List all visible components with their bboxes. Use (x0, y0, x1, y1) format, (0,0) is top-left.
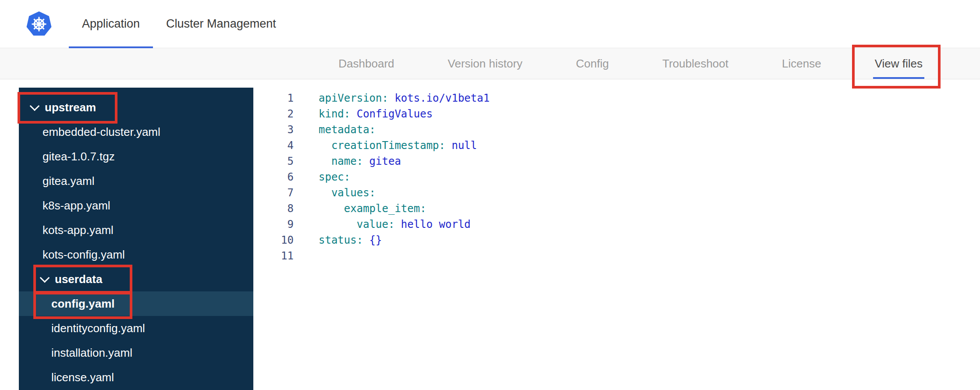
tree-file-gitea-yaml[interactable]: gitea.yaml (19, 169, 253, 193)
code-line: 8 example_item: (259, 201, 980, 216)
tree-item-label: kots-config.yaml (43, 248, 125, 262)
line-content: values: (319, 185, 376, 201)
tree-file-config-yaml[interactable]: config.yaml (19, 291, 253, 316)
content-area: upstreamembedded-cluster.yamlgitea-1.0.7… (0, 79, 980, 390)
code-line: 3metadata: (259, 122, 980, 138)
line-content: metadata: (319, 122, 376, 138)
tree-file-gitea-1-0-7-tgz[interactable]: gitea-1.0.7.tgz (19, 144, 253, 169)
code-line: 11 (259, 248, 980, 264)
tree-item-label: installation.yaml (51, 346, 132, 360)
nav-item-view-files[interactable]: View files (875, 48, 923, 79)
line-number: 10 (259, 232, 294, 248)
code-line: 7 values: (259, 185, 980, 201)
code-line: 6spec: (259, 169, 980, 185)
line-content: creationTimestamp: null (319, 138, 477, 153)
chevron-down-icon (30, 101, 40, 111)
tree-folder-upstream[interactable]: upstream (19, 95, 253, 120)
tree-item-label: upstream (45, 101, 96, 114)
line-content: spec: (319, 169, 350, 185)
tree-file-installation-yaml[interactable]: installation.yaml (19, 340, 253, 365)
tree-folder-userdata[interactable]: userdata (19, 267, 253, 291)
top-tab-cluster-management[interactable]: Cluster Management (153, 0, 289, 48)
line-number: 11 (259, 248, 294, 264)
code-line: 4 creationTimestamp: null (259, 138, 980, 153)
code-line: 2kind: ConfigValues (259, 106, 980, 122)
top-header: ApplicationCluster Management (0, 0, 980, 48)
tree-file-identityconfig-yaml[interactable]: identityconfig.yaml (19, 316, 253, 340)
tree-file-embedded-cluster-yaml[interactable]: embedded-cluster.yaml (19, 120, 253, 144)
line-content: status: {} (319, 232, 382, 248)
line-number: 5 (259, 153, 294, 169)
tree-file-k8s-app-yaml[interactable]: k8s-app.yaml (19, 193, 253, 218)
line-number: 7 (259, 185, 294, 201)
code-line: 10status: {} (259, 232, 980, 248)
line-number: 3 (259, 122, 294, 138)
top-tabs: ApplicationCluster Management (69, 0, 289, 48)
tree-file-kots-app-yaml[interactable]: kots-app.yaml (19, 218, 253, 242)
kubernetes-logo-icon (25, 10, 53, 38)
line-number: 4 (259, 138, 294, 153)
code-line: 5 name: gitea (259, 153, 980, 169)
tree-item-label: gitea.yaml (43, 174, 95, 188)
tree-item-label: license.yaml (51, 371, 114, 384)
tree-file-kots-config-yaml[interactable]: kots-config.yaml (19, 242, 253, 267)
code-line: 1apiVersion: kots.io/v1beta1 (259, 90, 980, 106)
tree-item-label: embedded-cluster.yaml (43, 125, 160, 139)
line-number: 6 (259, 169, 294, 185)
line-content: apiVersion: kots.io/v1beta1 (319, 90, 490, 106)
line-content: kind: ConfigValues (319, 106, 433, 122)
line-number: 1 (259, 90, 294, 106)
top-tab-application[interactable]: Application (69, 0, 153, 48)
chevron-down-icon (40, 273, 50, 283)
line-content: value: hello world (319, 216, 471, 232)
kots-admin-console: ApplicationCluster Management DashboardV… (0, 0, 980, 390)
code-line: 9 value: hello world (259, 216, 980, 232)
app-nav: DashboardVersion historyConfigTroublesho… (0, 48, 980, 79)
tree-item-label: identityconfig.yaml (51, 322, 145, 335)
line-number: 8 (259, 201, 294, 216)
line-number: 9 (259, 216, 294, 232)
line-content: example_item: (319, 201, 426, 216)
nav-item-version-history[interactable]: Version history (448, 48, 523, 79)
nav-item-dashboard[interactable]: Dashboard (338, 48, 394, 79)
tree-item-label: k8s-app.yaml (43, 199, 110, 213)
nav-item-license[interactable]: License (782, 48, 821, 79)
tree-item-label: userdata (55, 273, 102, 286)
nav-item-config[interactable]: Config (576, 48, 609, 79)
tree-item-label: kots-app.yaml (43, 223, 114, 237)
tree-item-label: config.yaml (51, 297, 114, 311)
line-content: name: gitea (319, 153, 401, 169)
tree-file-license-yaml[interactable]: license.yaml (19, 365, 253, 390)
file-tree: upstreamembedded-cluster.yamlgitea-1.0.7… (19, 88, 253, 390)
nav-item-troubleshoot[interactable]: Troubleshoot (662, 48, 728, 79)
file-viewer: 1apiVersion: kots.io/v1beta12kind: Confi… (253, 79, 980, 264)
tree-item-label: gitea-1.0.7.tgz (43, 150, 115, 163)
line-number: 2 (259, 106, 294, 122)
code-lines: 1apiVersion: kots.io/v1beta12kind: Confi… (259, 90, 980, 264)
